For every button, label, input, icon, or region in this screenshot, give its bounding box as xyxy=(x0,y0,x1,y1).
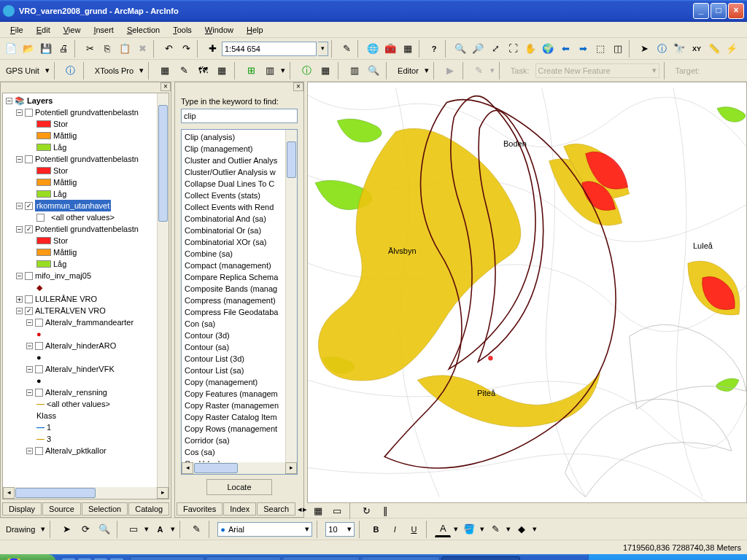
search-result-item[interactable]: Con (sa) xyxy=(185,318,294,330)
menu-help[interactable]: Help xyxy=(241,24,269,36)
select-icon[interactable]: ➤ xyxy=(58,521,74,537)
expander-icon[interactable]: − xyxy=(6,98,12,104)
menu-insert[interactable]: Insert xyxy=(88,24,120,36)
search-close-button[interactable]: × xyxy=(293,82,303,91)
taskbar-task-active[interactable]: VRO_varen2... xyxy=(441,556,521,560)
search-result-item[interactable]: Compress (management) xyxy=(185,295,294,306)
font-dropdown[interactable]: ●Arial▾ xyxy=(217,522,312,537)
data-view-icon[interactable]: ▦ xyxy=(310,502,326,518)
arc-catalog-icon[interactable]: 🌐 xyxy=(365,41,381,57)
search-tab-index[interactable]: Index xyxy=(223,502,256,516)
zoom-in-icon[interactable]: 🔍 xyxy=(452,41,468,57)
close-button[interactable]: × xyxy=(728,3,744,19)
taskbar-task[interactable]: Minnesantec... xyxy=(361,556,440,560)
search-result-item[interactable]: Compress File Geodataba xyxy=(185,306,294,318)
fixed-zoom-in-icon[interactable]: ⤢ xyxy=(487,41,503,57)
search-tab-search[interactable]: Search xyxy=(257,502,295,516)
search-result-item[interactable]: Copy Rows (management xyxy=(185,423,294,435)
add-data-icon[interactable]: ✚ xyxy=(204,41,220,57)
search-result-item[interactable]: Compact (management) xyxy=(185,260,294,271)
measure-icon[interactable]: 📏 xyxy=(706,41,722,57)
toc-close-button[interactable]: × xyxy=(160,82,171,91)
italic-icon[interactable]: I xyxy=(387,521,403,537)
xt-icon-4[interactable]: ▦ xyxy=(214,63,230,79)
search-input[interactable] xyxy=(181,109,298,123)
identify-icon[interactable]: ⓘ xyxy=(654,41,670,57)
menu-edit[interactable]: Edit xyxy=(31,24,56,36)
search-result-item[interactable]: Cluster and Outlier Analys xyxy=(185,155,294,166)
toc-tab-catalog[interactable]: Catalog xyxy=(128,502,169,516)
rotate-icon[interactable]: ⟳ xyxy=(77,521,93,537)
drawing-label[interactable]: Drawing xyxy=(3,525,38,534)
toc-tab-selection[interactable]: Selection xyxy=(82,502,128,516)
start-button[interactable]: Start xyxy=(0,554,56,560)
font-size-dropdown[interactable]: 10▾ xyxy=(325,522,355,537)
search-result-item[interactable]: Copy Raster (managemen xyxy=(185,400,294,411)
search-result-item[interactable]: Collapse Dual Lines To C xyxy=(185,178,294,190)
rectangle-icon[interactable]: ▭ xyxy=(125,521,142,537)
search-result-item[interactable]: Copy Raster Catalog Item xyxy=(185,411,294,423)
hyperlink-icon[interactable]: ⚡ xyxy=(724,41,740,57)
new-icon[interactable]: 📄 xyxy=(3,41,19,57)
editor-toolbar-icon[interactable]: ✎ xyxy=(338,41,355,57)
xt-icon-2[interactable]: ✎ xyxy=(176,63,192,79)
tab-scroll-left-icon[interactable]: ◂ xyxy=(298,505,302,514)
taskbar-task[interactable]: Microsoft Po... xyxy=(282,556,360,560)
pan-icon[interactable]: ✋ xyxy=(522,41,538,57)
menu-window[interactable]: Window xyxy=(199,24,239,36)
task-dropdown[interactable]: Create New Feature▾ xyxy=(535,63,659,78)
search-results-list[interactable]: Clip (analysis)Clip (management)Cluster … xyxy=(181,129,298,475)
xt-icon-8[interactable]: ▦ xyxy=(317,63,333,79)
map-viewport[interactable]: Boden Älvsbyn Piteå Luleå xyxy=(307,82,747,503)
xt-icon-10[interactable]: 🔍 xyxy=(365,63,382,79)
editor-label[interactable]: Editor xyxy=(395,66,422,75)
map-canvas[interactable] xyxy=(308,82,746,502)
search-result-item[interactable]: Corridor (sa) xyxy=(185,435,294,446)
underline-icon[interactable]: U xyxy=(406,521,422,537)
search-result-item[interactable]: Clip (management) xyxy=(185,143,294,155)
search-result-item[interactable]: Contour (sa) xyxy=(185,341,294,353)
pause-icon[interactable]: ‖ xyxy=(377,502,393,518)
search-result-item[interactable]: Contour (3d) xyxy=(185,330,294,341)
save-icon[interactable]: 💾 xyxy=(38,41,54,57)
xt-icon-3[interactable]: 🗺 xyxy=(195,63,211,79)
gps-help-icon[interactable]: ⓘ xyxy=(63,63,79,79)
menu-selection[interactable]: Selection xyxy=(121,24,166,36)
search-result-item[interactable]: Contour List (3d) xyxy=(185,353,294,365)
xtools-label[interactable]: XTools Pro xyxy=(92,66,136,75)
full-extent-icon[interactable]: ⛶ xyxy=(505,41,521,57)
search-result-item[interactable]: Contour List (sa) xyxy=(185,365,294,376)
layer-name[interactable]: Potentiell grundvattenbelastn xyxy=(35,106,139,118)
search-result-item[interactable]: Compare Replica Schema xyxy=(185,271,294,283)
selected-layer[interactable]: rkommun_utanhavet xyxy=(35,200,111,211)
search-result-item[interactable]: Composite Bands (manag xyxy=(185,283,294,295)
search-result-item[interactable]: Combine (sa) xyxy=(185,248,294,260)
find-icon[interactable]: 🔭 xyxy=(671,41,687,57)
search-result-item[interactable]: Copy (management) xyxy=(185,376,294,388)
symbol-swatch[interactable] xyxy=(36,120,51,128)
scale-input[interactable]: 1:544 654 xyxy=(222,42,317,56)
search-result-item[interactable]: Clip (analysis) xyxy=(185,131,294,143)
gps-unit-label[interactable]: GPS Unit xyxy=(3,66,42,75)
search-result-item[interactable]: Combinatorial XOr (sa) xyxy=(185,236,294,248)
scale-dropdown[interactable]: ▾ xyxy=(318,42,328,56)
xt-icon-6[interactable]: ▥ xyxy=(262,63,278,79)
maximize-button[interactable]: □ xyxy=(711,3,727,19)
sketch-tool-icon[interactable]: ✎ xyxy=(471,63,487,79)
toc-tab-source[interactable]: Source xyxy=(42,502,81,516)
font-color-icon[interactable]: A xyxy=(435,521,451,537)
layers-title[interactable]: Layers xyxy=(27,95,53,106)
menu-tools[interactable]: Tools xyxy=(167,24,198,36)
menu-view[interactable]: View xyxy=(58,24,87,36)
search-result-item[interactable]: Cluster/Outlier Analysis w xyxy=(185,166,294,178)
search-result-item[interactable]: Collect Events (stats) xyxy=(185,190,294,201)
paste-icon[interactable]: 📋 xyxy=(117,41,133,57)
layout-view-icon[interactable]: ▭ xyxy=(329,502,345,518)
select-features-icon[interactable]: ⬚ xyxy=(592,41,608,57)
search-result-item[interactable]: Cos (sa) xyxy=(185,446,294,458)
layer-checkbox[interactable] xyxy=(25,109,33,117)
xt-icon-7[interactable]: ⓘ xyxy=(298,63,314,79)
delete-icon[interactable]: ✖ xyxy=(134,41,150,57)
xt-icon-9[interactable]: ▥ xyxy=(347,63,363,79)
menu-file[interactable]: File xyxy=(4,24,29,36)
